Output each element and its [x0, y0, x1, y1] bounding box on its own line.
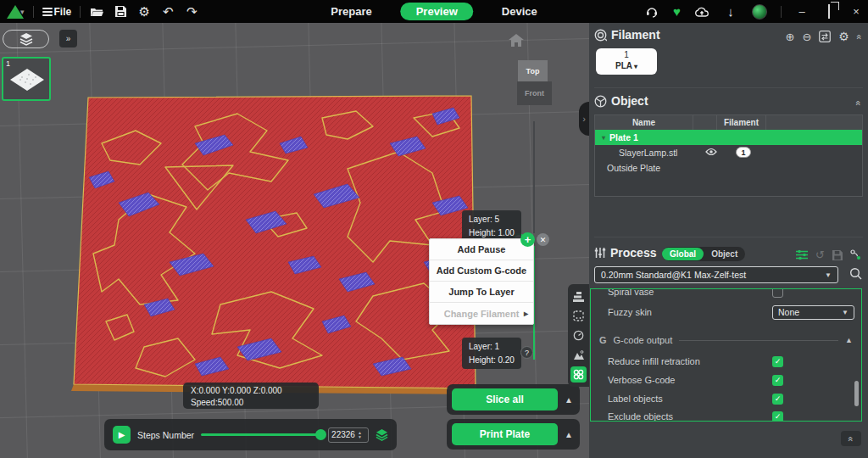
- reset-preset-icon[interactable]: ↺: [815, 249, 825, 261]
- open-folder-button[interactable]: [89, 4, 104, 20]
- verbose-gcode-checkbox[interactable]: [772, 375, 783, 386]
- column-filament: Filament: [717, 115, 766, 130]
- collapse-process-panel-button[interactable]: «: [841, 431, 861, 446]
- slice-all-button[interactable]: Slice all: [452, 388, 558, 411]
- settings-gear-button[interactable]: ⚙: [136, 4, 152, 20]
- param-row-fuzzy-skin[interactable]: Fuzzy skin None ▼: [591, 304, 861, 321]
- plate-thumbnail[interactable]: 1: [2, 57, 51, 101]
- toggle-object[interactable]: Object: [704, 248, 745, 260]
- tab-device[interactable]: Device: [493, 3, 546, 20]
- expand-triangle-icon[interactable]: ▾: [602, 134, 605, 142]
- mode-tabs: Prepare Preview Device: [322, 0, 546, 23]
- preview-viewport[interactable]: » 1 Top Front › + ✕ Layer: 5: [0, 23, 589, 458]
- speed-view-button[interactable]: [570, 327, 587, 344]
- layer-tooltip-upper: Layer: 5 Height: 1.00: [462, 210, 521, 242]
- home-view-button[interactable]: [509, 34, 524, 50]
- filament-slot-1[interactable]: 1 PLA: [596, 48, 657, 75]
- visibility-eye-icon[interactable]: [705, 148, 717, 156]
- steps-slider-knob[interactable]: [315, 429, 326, 440]
- user-avatar[interactable]: [752, 4, 767, 20]
- slice-group: Slice all ▲: [447, 384, 580, 415]
- table-row-plate[interactable]: ▾ Plate 1: [595, 130, 862, 145]
- cloud-upload-button[interactable]: [694, 4, 709, 20]
- favorite-heart-icon[interactable]: ♥: [673, 4, 681, 19]
- mesh-view-button[interactable]: [570, 347, 587, 363]
- divider: [679, 340, 838, 341]
- selection-view-button[interactable]: [570, 308, 587, 324]
- help-button[interactable]: ?: [520, 346, 533, 359]
- swap-filament-button[interactable]: [819, 31, 831, 42]
- layer-slider-track-upper[interactable]: [533, 121, 535, 233]
- param-row-exclude-objects[interactable]: Exclude objects: [591, 408, 861, 422]
- table-row-outside-plate[interactable]: Outside Plate: [595, 160, 862, 176]
- restore-button[interactable]: [822, 5, 836, 18]
- remove-filament-button[interactable]: ⊖: [802, 31, 811, 43]
- menu-item-add-pause[interactable]: Add Pause: [430, 239, 533, 260]
- menu-item-add-custom-gcode[interactable]: Add Custom G-code: [430, 260, 533, 282]
- app-logo[interactable]: ▾: [7, 5, 25, 19]
- steps-number-spinner[interactable]: ▲▼: [328, 427, 369, 443]
- tooltip-layer: Layer: 5: [469, 213, 515, 226]
- search-parameters-button[interactable]: [849, 267, 862, 280]
- remove-layer-mark-button[interactable]: ✕: [537, 233, 549, 246]
- tune-parameters-icon[interactable]: [796, 249, 808, 260]
- file-menu[interactable]: File: [42, 6, 72, 18]
- add-filament-button[interactable]: ⊕: [786, 31, 795, 43]
- play-button[interactable]: ▶: [113, 426, 131, 444]
- spiral-vase-checkbox[interactable]: [772, 288, 783, 298]
- steps-number-input[interactable]: [329, 430, 358, 439]
- minimize-button[interactable]: –: [795, 5, 809, 18]
- preset-dropdown[interactable]: 0.20mm Standard@K1 Max-Zelf-test ▼: [594, 266, 838, 283]
- fuzzy-skin-dropdown[interactable]: None ▼: [772, 305, 854, 320]
- redo-button[interactable]: ↷: [184, 4, 199, 20]
- viewcube-top[interactable]: Top: [518, 60, 548, 81]
- menu-item-jump-to-layer[interactable]: Jump To Layer: [430, 282, 533, 303]
- tab-preview[interactable]: Preview: [401, 3, 473, 20]
- compare-preset-icon[interactable]: [850, 249, 861, 260]
- toggle-global[interactable]: Global: [662, 248, 704, 260]
- layers-mode-icon[interactable]: [376, 428, 388, 441]
- viewcube-front[interactable]: Front: [517, 81, 552, 105]
- scrollbar-thumb[interactable]: [854, 381, 859, 406]
- spinner-arrows[interactable]: ▲▼: [358, 431, 362, 439]
- param-row-reduce-infill-retraction[interactable]: Reduce infill retraction: [591, 353, 861, 370]
- undo-button[interactable]: ↶: [160, 4, 175, 20]
- param-row-label-objects[interactable]: Label objects: [591, 390, 861, 407]
- layer-view-button[interactable]: [570, 366, 587, 383]
- filament-material-dropdown[interactable]: PLA: [596, 61, 657, 72]
- steps-slider[interactable]: [201, 433, 321, 436]
- param-row-spiral-vase[interactable]: Spiral vase: [591, 288, 861, 300]
- save-button[interactable]: [113, 4, 128, 20]
- reduce-infill-retraction-checkbox[interactable]: [772, 356, 783, 367]
- section-gcode-output[interactable]: G G-code output ▲: [591, 332, 861, 349]
- line-type-view-button[interactable]: [570, 288, 587, 304]
- panel-collapse-handle[interactable]: ›: [579, 102, 589, 136]
- save-preset-icon[interactable]: [832, 250, 843, 260]
- expand-panel-button[interactable]: »: [59, 30, 77, 47]
- collapse-filament-icon[interactable]: «: [854, 34, 864, 38]
- print-plate-button[interactable]: Print Plate: [452, 423, 558, 445]
- tab-prepare[interactable]: Prepare: [322, 3, 380, 20]
- slice-options-chevron[interactable]: ▲: [563, 395, 575, 405]
- print-group: Print Plate ▲: [447, 419, 580, 450]
- collapse-section-chevron[interactable]: ▲: [845, 336, 853, 344]
- model-filament-badge[interactable]: 1: [736, 147, 751, 158]
- object-table: Name Filament ▾ Plate 1 SlayerLamp.stl 1…: [594, 114, 863, 197]
- download-button[interactable]: ↓: [723, 4, 738, 20]
- plate-thumbnail-number: 1: [6, 59, 10, 68]
- exclude-objects-checkbox[interactable]: [772, 411, 783, 422]
- close-button[interactable]: ×: [849, 5, 863, 18]
- print-options-chevron[interactable]: ▲: [563, 430, 575, 439]
- support-headset-button[interactable]: [644, 4, 659, 20]
- param-row-verbose-gcode[interactable]: Verbose G-code: [591, 371, 861, 388]
- column-visibility: [693, 115, 717, 130]
- menu-item-change-filament[interactable]: Change Filament: [430, 303, 533, 324]
- plate-list-button[interactable]: [3, 30, 49, 48]
- add-layer-mark-button[interactable]: +: [520, 232, 535, 247]
- table-row-model[interactable]: SlayerLamp.stl 1: [595, 145, 862, 160]
- collapse-object-icon[interactable]: «: [853, 100, 863, 104]
- coords-line: X:0.000 Y:0.000 Z:0.000: [191, 385, 311, 397]
- param-label: Fuzzy skin: [608, 307, 652, 317]
- filament-settings-button[interactable]: ⚙: [838, 30, 849, 43]
- label-objects-checkbox[interactable]: [772, 394, 783, 405]
